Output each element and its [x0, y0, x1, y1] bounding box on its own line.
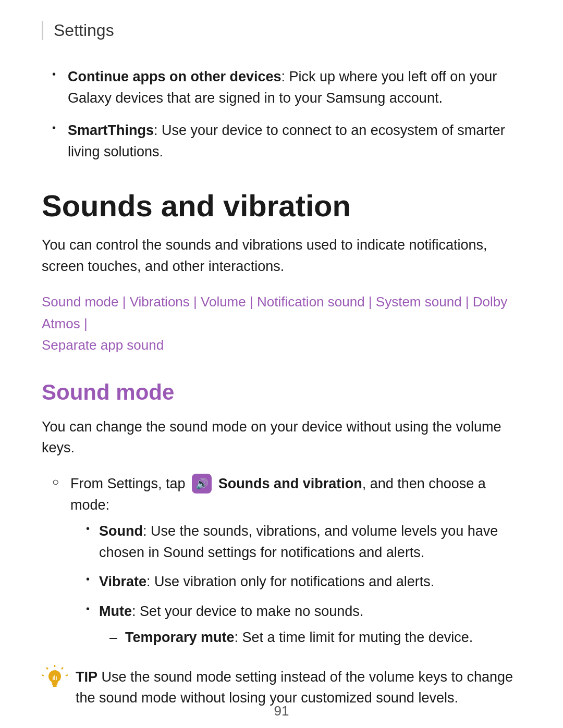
sounds-vibration-icon [192, 474, 212, 493]
tip-box: TIP Use the sound mode setting instead o… [42, 667, 521, 709]
intro-term-1: Continue apps on other devices [68, 69, 282, 84]
nav-link-notification-sound[interactable]: Notification sound [257, 294, 365, 310]
sub-bullets: Sound: Use the sounds, vibrations, and v… [86, 521, 521, 648]
intro-term-2: SmartThings [68, 122, 154, 138]
bullet-vibrate-term: Vibrate [99, 574, 146, 589]
tip-text: Use the sound mode setting instead of th… [76, 669, 513, 706]
bullet-mute-term: Mute [99, 603, 132, 619]
bullet-vibrate-text: : Use vibration only for notifications a… [146, 574, 434, 589]
section-description: You can control the sounds and vibration… [42, 235, 521, 277]
intro-bullet-1: Continue apps on other devices: Pick up … [52, 66, 521, 108]
svg-rect-7 [52, 684, 57, 685]
temporary-mute-term: Temporary mute [125, 630, 235, 645]
bullet-mute: Mute: Set your device to make no sounds.… [86, 601, 521, 648]
svg-line-1 [62, 668, 63, 669]
tip-content: TIP Use the sound mode setting instead o… [76, 667, 521, 709]
svg-line-3 [46, 668, 48, 669]
bullet-sound-term: Sound [99, 523, 143, 539]
circle-item-1: From Settings, tap Sounds and vibration,… [52, 473, 521, 648]
page-header: Settings [42, 21, 521, 40]
lightbulb-icon [42, 665, 68, 691]
svg-line-2 [66, 675, 68, 676]
temporary-mute-text: : Set a time limit for muting the device… [235, 630, 473, 645]
step-prefix: From Settings, tap [70, 476, 186, 491]
page-title: Settings [54, 21, 114, 40]
dash-temporary-mute: Temporary mute: Set a time limit for mut… [109, 627, 521, 648]
nav-links: Sound mode | Vibrations | Volume | Notif… [42, 291, 521, 356]
nav-link-volume[interactable]: Volume [201, 294, 246, 310]
svg-rect-8 [53, 685, 57, 687]
nav-link-separate-app-sound[interactable]: Separate app sound [42, 337, 164, 353]
subsection-title: Sound mode [42, 380, 521, 405]
bullet-sound-text: : Use the sounds, vibrations, and volume… [99, 523, 498, 560]
mute-sub-list: Temporary mute: Set a time limit for mut… [99, 627, 521, 648]
nav-link-system-sound[interactable]: System sound [376, 294, 462, 310]
tip-label: TIP [76, 669, 97, 685]
section-title: Sounds and vibration [42, 188, 521, 223]
svg-rect-6 [52, 682, 58, 684]
page-container: Settings Continue apps on other devices:… [0, 0, 563, 728]
svg-line-4 [42, 675, 44, 676]
bullet-sound: Sound: Use the sounds, vibrations, and v… [86, 521, 521, 563]
bullet-vibrate: Vibrate: Use vibration only for notifica… [86, 571, 521, 593]
intro-bullet-2: SmartThings: Use your device to connect … [52, 120, 521, 162]
intro-bullets: Continue apps on other devices: Pick up … [42, 66, 521, 162]
nav-link-vibrations[interactable]: Vibrations [130, 294, 190, 310]
page-number: 91 [274, 703, 289, 719]
step-term: Sounds and vibration [218, 476, 362, 491]
tip-icon [42, 665, 68, 691]
nav-link-sound-mode[interactable]: Sound mode [42, 294, 118, 310]
content-list: From Settings, tap Sounds and vibration,… [52, 473, 521, 648]
bullet-mute-text: : Set your device to make no sounds. [132, 603, 363, 619]
subsection-description: You can change the sound mode on your de… [42, 416, 521, 459]
